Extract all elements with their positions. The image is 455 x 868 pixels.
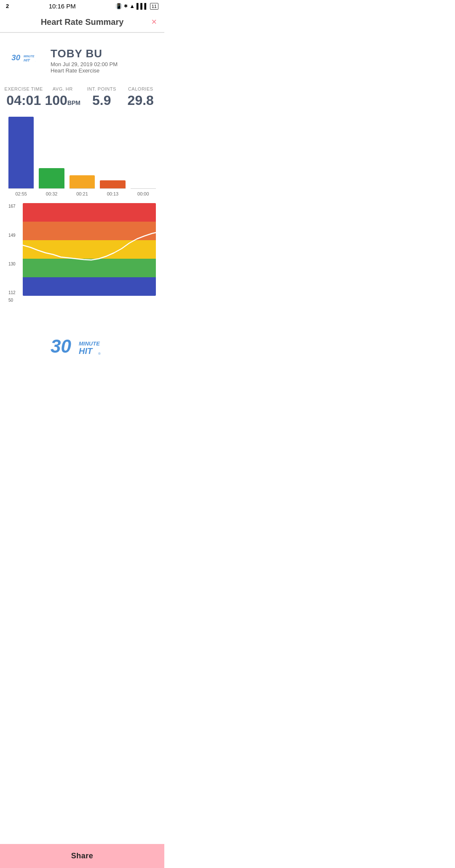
avg-hr-label: AVG. HR [43, 86, 83, 91]
calories-value: 29.8 [121, 93, 161, 108]
header-divider [0, 32, 164, 33]
hr-label-149: 149 [8, 233, 16, 238]
svg-text:HIT: HIT [79, 346, 93, 356]
page-header: Heart Rate Summary × [0, 11, 164, 32]
avg-hr-value: 100BPM [43, 93, 83, 108]
status-icons: 📳 ✱ ▲ ▌▌▌ 11 [115, 3, 158, 10]
hr-chart-outer: 167 149 130 112 50 [23, 203, 156, 296]
bar [70, 175, 95, 188]
svg-text:HIT: HIT [24, 58, 30, 62]
calories-label: CALORIES [121, 86, 161, 91]
bar-baseline [100, 188, 125, 189]
int-points-value: 5.9 [82, 93, 121, 108]
hr-zone-chart [23, 203, 156, 296]
notification-badge: 2 [6, 3, 9, 9]
bottom-logo-svg: 30 MINUTE HIT ® [48, 334, 116, 363]
bar-label: 00:00 [137, 191, 149, 196]
status-time: 10:16 PM [49, 3, 76, 10]
bar-label: 00:21 [76, 191, 88, 196]
signal-icon: ▌▌▌ [136, 3, 148, 9]
exercise-time-label: EXERCISE TIME [4, 86, 43, 91]
svg-text:MINUTE: MINUTE [24, 55, 35, 58]
bar-group: 00:00 [131, 188, 156, 196]
bar-label: 00:32 [46, 191, 58, 196]
bar-baseline [70, 188, 95, 189]
bar [39, 168, 64, 188]
hr-zone-bars [23, 203, 156, 296]
stat-avg-hr: AVG. HR 100BPM [43, 86, 83, 108]
bar-baseline [131, 188, 156, 189]
hr-label-130: 130 [8, 262, 16, 266]
bar-chart: 02:5500:3200:2100:1300:00 [8, 121, 156, 196]
exercise-time-value: 04:01 [4, 93, 43, 108]
hr-zone-green [23, 259, 156, 277]
stats-row: EXERCISE TIME 04:01 AVG. HR 100BPM INT. … [0, 82, 164, 116]
hr-label-112: 112 [8, 290, 16, 295]
exercise-type: Heart Rate Exercise [51, 67, 154, 74]
bar-group: 00:32 [39, 168, 64, 196]
svg-text:MINUTE: MINUTE [79, 340, 100, 347]
bar [8, 117, 34, 188]
bar-label: 02:55 [15, 191, 27, 196]
hr-chart-section: 167 149 130 112 50 [0, 196, 164, 296]
profile-info: TOBY BU Mon Jul 29, 2019 02:00 PM Heart … [51, 47, 154, 74]
brand-logo: 30 MINUTE HIT . [10, 50, 44, 71]
stat-int-points: INT. POINTS 5.9 [82, 86, 121, 108]
int-points-label: INT. POINTS [82, 86, 121, 91]
svg-text:30: 30 [51, 336, 71, 356]
footer-spacer [0, 372, 164, 405]
page-title: Heart Rate Summary [41, 17, 124, 27]
stat-exercise-time: EXERCISE TIME 04:01 [4, 86, 43, 108]
status-bar: 2 10:16 PM 📳 ✱ ▲ ▌▌▌ 11 [0, 0, 164, 11]
hr-zone-blue [23, 277, 156, 296]
hr-label-167: 167 [8, 204, 16, 209]
bottom-logo-section: 30 MINUTE HIT ® [0, 321, 164, 372]
session-date: Mon Jul 29, 2019 02:00 PM [51, 61, 154, 67]
hr-label-50: 50 [8, 298, 13, 303]
svg-text:®: ® [98, 352, 101, 356]
close-button[interactable]: × [151, 17, 157, 27]
bar-chart-section: 02:5500:3200:2100:1300:00 [0, 116, 164, 196]
hr-zone-yellow [23, 240, 156, 259]
wifi-icon: ▲ [129, 3, 135, 9]
hr-zone-red [23, 203, 156, 222]
bar-baseline [8, 188, 34, 189]
bar-baseline [39, 188, 64, 189]
bar-group: 00:21 [70, 175, 95, 196]
stat-calories: CALORIES 29.8 [121, 86, 161, 108]
logo-svg: 30 MINUTE HIT . [10, 50, 44, 69]
bar-group: 00:13 [100, 180, 125, 196]
bar-group: 02:55 [8, 117, 34, 196]
svg-text:30: 30 [11, 53, 20, 62]
battery-icon: 11 [150, 3, 158, 10]
bluetooth-icon: ✱ [124, 3, 128, 9]
bar [100, 180, 125, 188]
vibrate-icon: 📳 [115, 3, 122, 9]
svg-text:.: . [35, 60, 35, 62]
hr-zone-orange [23, 222, 156, 240]
user-name: TOBY BU [51, 47, 154, 60]
bar-label: 00:13 [107, 191, 119, 196]
profile-section: 30 MINUTE HIT . TOBY BU Mon Jul 29, 2019… [0, 37, 164, 82]
